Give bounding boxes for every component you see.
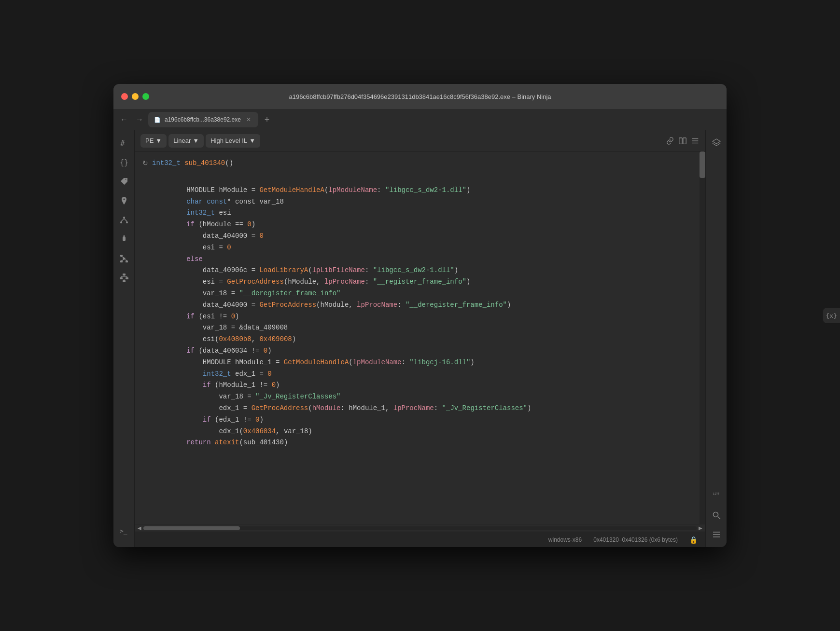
editor-toolbar: PE ▼ Linear ▼ High Level IL ▼ <box>135 130 705 151</box>
linear-dropdown-icon: ▼ <box>193 137 199 144</box>
forward-button[interactable]: → <box>133 113 146 126</box>
function-signature: int32_t sub_401340() <box>152 159 233 167</box>
svg-text:>_: >_ <box>120 527 127 535</box>
split-view-icon[interactable] <box>678 137 687 145</box>
lock-icon: 🔒 <box>689 536 698 544</box>
hash-icon: # <box>119 138 129 148</box>
svg-rect-26 <box>683 137 686 144</box>
traffic-lights <box>121 93 149 100</box>
svg-rect-15 <box>123 274 126 275</box>
network-icon <box>119 254 129 263</box>
svg-point-2 <box>123 217 125 219</box>
file-icon: 📄 <box>154 117 161 123</box>
pe-dropdown-icon: ▼ <box>155 137 162 144</box>
pe-dropdown[interactable]: PE ▼ <box>140 134 167 148</box>
svg-rect-11 <box>120 261 123 262</box>
code-area[interactable]: ↻ int32_t sub_401340() HMODULE hModule =… <box>135 151 700 524</box>
scroll-right-button[interactable]: ▶ <box>697 524 704 532</box>
code-content: HMODULE hModule = GetModuleHandleA(lpMod… <box>135 171 700 462</box>
platform-status: windows-x86 <box>548 536 582 543</box>
tag-icon <box>119 177 129 186</box>
svg-line-13 <box>125 260 126 261</box>
scrollbar-track <box>143 526 697 530</box>
tab-bar: ← → 📄 a196c6b8ffcb...36a38e92.exe ✕ + <box>113 109 727 130</box>
svg-rect-10 <box>126 261 128 262</box>
svg-rect-9 <box>123 258 125 260</box>
sidebar-icon-hierarchy[interactable] <box>115 269 133 287</box>
minimize-button[interactable] <box>132 93 139 100</box>
refresh-icon[interactable]: ↻ <box>142 159 148 167</box>
right-icon-quotes[interactable]: “” <box>708 487 725 505</box>
svg-line-6 <box>124 219 127 221</box>
editor-container: PE ▼ Linear ▼ High Level IL ▼ <box>135 130 705 547</box>
floating-right-panel: {x} <box>823 308 840 324</box>
right-icon-search[interactable] <box>708 507 725 524</box>
layers-icon <box>712 138 721 148</box>
graph-icon <box>119 215 129 225</box>
right-icon-layers[interactable] <box>708 134 725 151</box>
svg-rect-18 <box>123 280 126 282</box>
tab-file[interactable]: 📄 a196c6b8ffcb...36a38e92.exe ✕ <box>148 112 258 127</box>
svg-rect-17 <box>126 277 128 279</box>
status-bar: windows-x86 0x401320–0x401326 (0x6 bytes… <box>135 532 705 547</box>
hlil-dropdown-icon: ▼ <box>249 137 255 144</box>
search-icon <box>712 510 721 520</box>
lines-icon <box>712 530 721 539</box>
variables-icon[interactable]: {x} <box>826 312 837 319</box>
code-wrapper: ↻ int32_t sub_401340() HMODULE hModule =… <box>135 151 705 532</box>
svg-point-7 <box>123 235 125 237</box>
location-icon <box>119 196 129 206</box>
function-header: ↻ int32_t sub_401340() <box>135 155 700 171</box>
svg-rect-25 <box>679 137 682 144</box>
maximize-button[interactable] <box>142 93 149 100</box>
sidebar-icon-graph[interactable] <box>115 211 133 229</box>
svg-line-32 <box>718 517 720 519</box>
left-sidebar: # {} <box>113 130 135 547</box>
svg-rect-8 <box>120 255 123 257</box>
new-tab-button[interactable]: + <box>260 113 274 126</box>
window-title: a196c6b8ffcb97ffb276d04f354696e2391311db… <box>289 93 551 100</box>
right-panel: “” <box>705 130 727 547</box>
main-area: # {} <box>113 130 727 547</box>
sidebar-icon-network[interactable] <box>115 250 133 267</box>
tab-close-button[interactable]: ✕ <box>245 116 252 123</box>
linear-label: Linear <box>173 137 191 144</box>
scroll-left-button[interactable]: ◀ <box>136 524 143 532</box>
vertical-scrollbar[interactable] <box>700 151 705 524</box>
braces-icon: {} <box>119 157 129 167</box>
hierarchy-icon <box>119 273 129 283</box>
sidebar-icon-hash[interactable]: # <box>115 134 133 151</box>
svg-line-14 <box>121 260 124 261</box>
vertical-scroll-thumb <box>700 151 705 178</box>
svg-line-12 <box>121 257 124 258</box>
right-icon-menu-lines[interactable] <box>708 526 725 543</box>
sidebar-icon-tag[interactable] <box>115 173 133 190</box>
terminal-icon[interactable]: >_ <box>115 522 133 539</box>
svg-point-31 <box>713 512 718 517</box>
svg-marker-30 <box>713 139 720 144</box>
link-icon[interactable] <box>666 137 674 145</box>
svg-rect-16 <box>120 277 123 279</box>
horizontal-scrollbar[interactable]: ◀ ▶ <box>135 524 705 532</box>
hlil-dropdown[interactable]: High Level IL ▼ <box>206 134 260 148</box>
toolbar-right-icons <box>666 137 700 145</box>
sidebar-icon-bug[interactable] <box>115 231 133 248</box>
menu-icon[interactable] <box>691 137 700 145</box>
hlil-label: High Level IL <box>210 137 247 144</box>
linear-dropdown[interactable]: Linear ▼ <box>168 134 204 148</box>
sidebar-icon-location[interactable] <box>115 192 133 209</box>
title-bar: a196c6b8ffcb97ffb276d04f354696e2391311db… <box>113 84 727 109</box>
pe-label: PE <box>145 137 154 144</box>
tab-label: a196c6b8ffcb...36a38e92.exe <box>165 116 241 123</box>
sidebar-icon-braces[interactable]: {} <box>115 153 133 171</box>
svg-line-5 <box>121 219 124 221</box>
svg-point-3 <box>120 221 122 223</box>
terminal-chevron-icon: >_ <box>119 526 129 535</box>
main-window: a196c6b8ffcb97ffb276d04f354696e2391311db… <box>113 84 727 547</box>
close-button[interactable] <box>121 93 128 100</box>
svg-text:#: # <box>120 138 125 148</box>
bug-icon <box>119 234 129 244</box>
back-button[interactable]: ← <box>117 113 131 126</box>
svg-text:{}: {} <box>120 158 128 167</box>
svg-point-4 <box>126 221 128 223</box>
